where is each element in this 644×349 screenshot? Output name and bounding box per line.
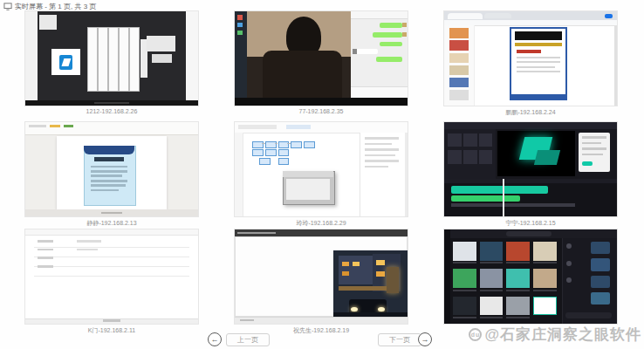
- preview-element: [38, 257, 53, 259]
- preview-element: [286, 179, 330, 200]
- preview-element: [480, 269, 504, 288]
- preview-element: [534, 150, 560, 165]
- screen-thumbnail[interactable]: [234, 121, 408, 217]
- preview-element: [235, 133, 243, 216]
- preview-element: [354, 49, 379, 53]
- preview-element: [237, 31, 243, 35]
- preview-element: [506, 297, 530, 316]
- preview-element: [339, 256, 377, 284]
- preview-element: [449, 53, 469, 64]
- preview-element: [453, 269, 476, 288]
- preview-element: [582, 147, 606, 150]
- preview-element: [480, 297, 504, 316]
- preview-element: [94, 102, 129, 104]
- preview-element: [582, 154, 603, 156]
- preview-element: [286, 125, 311, 128]
- preview-element: [129, 27, 140, 91]
- preview-element: [591, 242, 610, 254]
- prev-page-icon-button[interactable]: ←: [208, 332, 222, 346]
- preview-element: [517, 66, 555, 68]
- preview-element: [365, 160, 400, 162]
- next-page-button[interactable]: 下一页: [378, 333, 421, 346]
- preview-element: [351, 11, 408, 19]
- preview-element: [517, 61, 560, 63]
- preview-element: [533, 262, 557, 263]
- screen-thumbnail[interactable]: [234, 10, 408, 106]
- preview-element: [480, 262, 504, 263]
- preview-element: [365, 166, 389, 168]
- preview-element: [515, 43, 561, 46]
- preview-element: [484, 13, 512, 18]
- preview-element: [451, 186, 548, 194]
- preview-element: [566, 243, 572, 249]
- thumbnail-caption: 静静-192.168.2.13: [24, 219, 199, 228]
- preview-element: [387, 267, 399, 293]
- preview-element: [304, 141, 315, 148]
- preview-element: [98, 27, 108, 91]
- thumbnail-caption: 玲玲-192.168.2.29: [234, 219, 408, 228]
- preview-element: [342, 271, 349, 276]
- screen-cell: 77-192.168.2.35: [234, 10, 408, 114]
- preview-element: [480, 317, 504, 318]
- preview-element: [283, 171, 332, 176]
- preview-element: [252, 141, 264, 148]
- preview-element: [515, 31, 561, 41]
- preview-element: [448, 133, 462, 147]
- preview-element: [38, 240, 53, 243]
- preview-element: [119, 27, 129, 91]
- preview-element: [510, 94, 565, 99]
- preview-element: [351, 307, 358, 311]
- thumbnail-caption: 宁宁-192.168.2.15: [443, 219, 618, 228]
- preview-element: [91, 174, 122, 177]
- screen-thumbnail[interactable]: [443, 229, 618, 325]
- preview-element: [506, 317, 530, 318]
- screen-thumbnail[interactable]: [443, 10, 618, 106]
- preview-element: [453, 317, 476, 318]
- screen-cell: 静静-192.168.2.13: [24, 121, 199, 228]
- preview-element: [262, 143, 265, 144]
- thumbnail-caption: 77-192.168.2.35: [234, 108, 408, 114]
- preview-element: [591, 292, 610, 305]
- preview-element: [614, 25, 617, 106]
- preview-element: [449, 78, 469, 88]
- preview-element: [91, 189, 119, 192]
- preview-element: [591, 276, 610, 288]
- screen-thumbnail[interactable]: [443, 121, 618, 217]
- preview-element: [278, 149, 290, 156]
- page-title: 实时屏幕 - 第 1 页, 共 3 页: [15, 2, 96, 11]
- preview-element: [463, 133, 477, 147]
- preview-element: [380, 23, 402, 28]
- preview-element: [449, 90, 469, 100]
- preview-element: [449, 40, 469, 51]
- preview-element: [503, 179, 504, 216]
- thumbnail-caption: 鹏鹏-192.168.2.24: [443, 108, 618, 117]
- preview-element: [517, 57, 560, 58]
- preview-element: [453, 290, 476, 291]
- next-page-icon-button[interactable]: →: [418, 332, 432, 346]
- live-screens-window: 实时屏幕 - 第 1 页, 共 3 页 1212-192.168.2.26 77…: [0, 0, 644, 349]
- preview-element: [235, 317, 408, 325]
- preview-element: [365, 154, 396, 157]
- preview-element: [91, 180, 127, 182]
- preview-element: [365, 148, 400, 151]
- preview-element: [353, 49, 357, 53]
- preview-element: [91, 184, 126, 187]
- thumbnail-caption: 1212-192.168.2.26: [24, 108, 199, 114]
- screen-thumbnail[interactable]: [24, 229, 199, 325]
- screen-thumbnail[interactable]: [24, 121, 199, 217]
- preview-element: [94, 157, 124, 161]
- preview-element: [449, 65, 469, 76]
- preview-element: [517, 71, 560, 72]
- screen-thumbnail[interactable]: [234, 229, 408, 325]
- preview-element: [351, 86, 408, 99]
- preview-element: [39, 15, 57, 29]
- preview-element: [378, 307, 385, 311]
- preview-element: [77, 249, 98, 251]
- screen-thumbnail[interactable]: [24, 10, 199, 106]
- screen-cell: [443, 229, 618, 326]
- preview-element: [506, 231, 551, 236]
- prev-page-button[interactable]: 上一页: [226, 333, 270, 346]
- preview-element: [101, 212, 122, 215]
- watermark-logo-icon: du: [469, 328, 482, 341]
- preview-element: [533, 297, 557, 316]
